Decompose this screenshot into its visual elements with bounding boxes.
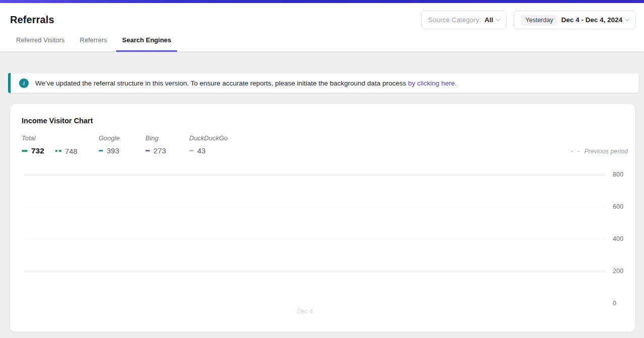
- date-preset-badge: Yesterday: [521, 15, 557, 26]
- page-header: Referrals Source Category: All Yesterday…: [0, 3, 644, 52]
- total-current-value: 732: [31, 146, 44, 155]
- y-tick-800: 800: [613, 171, 623, 178]
- total-previous-value: 748: [65, 147, 77, 155]
- legend-label-total: Total: [22, 134, 77, 142]
- legend-group-google: Google 393: [99, 134, 120, 155]
- legend-google: 393: [99, 146, 119, 155]
- chevron-down-icon: [496, 17, 500, 21]
- y-tick-200: 200: [613, 268, 623, 275]
- legend-total-previous: 748: [55, 147, 77, 155]
- banner-message: We’ve updated the referral structure in …: [35, 79, 408, 87]
- gridline-600: [24, 206, 606, 207]
- gridline-800: [24, 174, 606, 176]
- page-title: Referrals: [10, 14, 54, 26]
- legend-duckduckgo: 43: [189, 146, 206, 155]
- legend-label-google: Google: [99, 134, 120, 142]
- tab-referrers[interactable]: Referrers: [74, 36, 113, 52]
- tab-search-engines[interactable]: Search Engines: [116, 36, 178, 52]
- legend-label-duckduckgo: DuckDuckGo: [189, 134, 228, 142]
- income-visitor-chart-card: Income Visitor Chart Total 732 748 Googl…: [10, 104, 635, 332]
- y-tick-400: 400: [613, 235, 623, 242]
- info-icon: i: [19, 78, 29, 88]
- y-tick-600: 600: [613, 203, 623, 210]
- duckduckgo-value: 43: [197, 146, 206, 155]
- banner-body: i We’ve updated the referral structure i…: [11, 73, 639, 93]
- gridline-200: [24, 270, 606, 273]
- x-tick-dec4: Dec 4: [285, 308, 325, 315]
- date-range-value: Dec 4 - Dec 4, 2024: [561, 16, 622, 24]
- tab-referred-visitors[interactable]: Referred Visitors: [10, 36, 71, 52]
- legend-group-duckduckgo: DuckDuckGo 43: [189, 134, 228, 155]
- legend-label-bing: Bing: [145, 134, 166, 142]
- total-series-marker: [22, 150, 28, 152]
- info-banner: i We’ve updated the referral structure i…: [8, 73, 639, 93]
- legend-group-total: Total 732 748: [22, 134, 77, 155]
- legend-total-current: 732: [22, 146, 44, 155]
- legend-group-bing: Bing 273: [145, 134, 166, 155]
- google-series-marker: [99, 150, 103, 152]
- date-range-picker[interactable]: Yesterday Dec 4 - Dec 4, 2024: [514, 11, 636, 29]
- banner-link[interactable]: by clicking here.: [408, 79, 457, 87]
- previous-period-note: - - Previous period: [571, 148, 628, 155]
- banner-text: We’ve updated the referral structure in …: [35, 79, 457, 87]
- legend-bing: 273: [145, 146, 166, 155]
- source-category-label: Source Category:: [428, 16, 481, 24]
- total-previous-series-marker: [55, 150, 61, 152]
- google-value: 393: [107, 146, 119, 155]
- duckduckgo-series-marker: [189, 150, 194, 152]
- y-tick-0: 0: [613, 300, 616, 307]
- chevron-down-icon: [625, 17, 629, 21]
- chart-title: Income Visitor Chart: [22, 117, 93, 125]
- previous-period-label: Previous period: [584, 148, 628, 155]
- bing-value: 273: [153, 146, 166, 155]
- dashed-line-icon: - -: [571, 148, 581, 155]
- source-category-select[interactable]: Source Category: All: [421, 11, 507, 29]
- source-category-value: All: [485, 16, 493, 24]
- tab-bar: Referred Visitors Referrers Search Engin…: [10, 36, 177, 52]
- gridline-400: [24, 238, 606, 239]
- bing-series-marker: [145, 150, 150, 152]
- header-filters: Source Category: All Yesterday Dec 4 - D…: [421, 11, 636, 29]
